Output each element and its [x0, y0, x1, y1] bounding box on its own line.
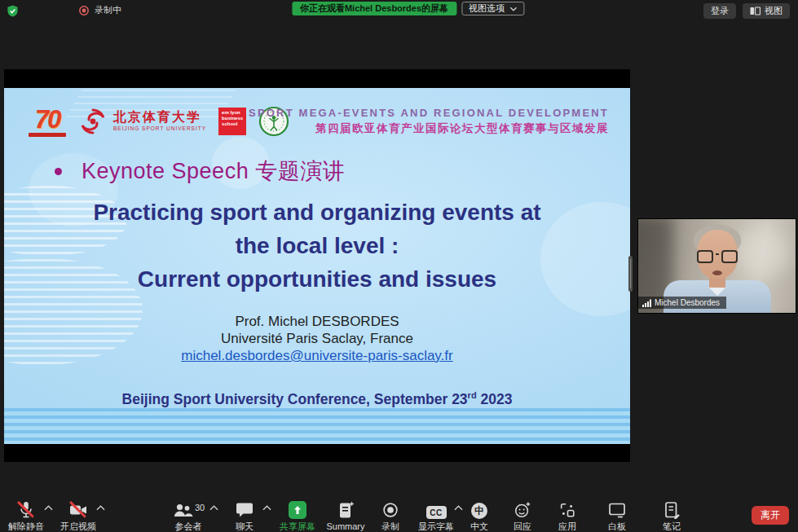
speaker-mouth [712, 270, 722, 275]
security-shield-icon[interactable] [7, 4, 19, 21]
toolbar-unmute-button[interactable]: 解除静音 [0, 501, 52, 531]
share-screen-icon [289, 501, 306, 519]
toolbar-participants-button[interactable]: 30 参会者 [159, 501, 218, 531]
chevron-up-icon[interactable] [262, 505, 271, 511]
participant-video-tile[interactable]: Michel Desbordes [637, 218, 796, 314]
keynote-line: Keynote Speech 专题演讲 [55, 156, 345, 186]
layout-view-icon [750, 7, 761, 15]
record-dot-icon [78, 5, 90, 16]
audio-signal-icon [642, 299, 651, 307]
slide-header: SPORT MEGA-EVENTS AND REGIONAL DEVELOPME… [249, 108, 609, 134]
presentation-slide: 70 北京体育大学 BEIJING SPORT UNIVERSITY em ly… [4, 88, 630, 444]
toolbar-chat-button[interactable]: 聊天 [218, 501, 271, 531]
author-name: Prof. Michel DESBORDES [4, 313, 630, 330]
toolbar-apps-button[interactable]: 应用 [541, 501, 593, 531]
bullet-dot [55, 168, 62, 175]
view-options-button[interactable]: 视图选项 [461, 2, 524, 15]
chevron-down-icon [509, 7, 517, 11]
header-chinese: 第四届欧亚体育产业国际论坛大型体育赛事与区域发展 [249, 123, 609, 134]
bsu-swirl-icon [78, 107, 108, 136]
notes-icon [662, 501, 681, 519]
speaker-glasses [697, 250, 738, 263]
toolbar-whiteboard-button[interactable]: 白板 [591, 501, 643, 531]
chevron-up-icon[interactable] [209, 505, 218, 511]
toolbar-notes-button[interactable]: 笔记 [646, 501, 698, 531]
author-block: Prof. Michel DESBORDES Université Paris … [4, 313, 630, 364]
decor-stripe-band [4, 408, 630, 444]
participant-name-label: Michel Desbordes [638, 297, 726, 309]
toolbar-share-screen-button[interactable]: 共享屏幕 [271, 501, 324, 531]
chat-icon [235, 501, 254, 519]
title-line-2: the local level : [4, 229, 630, 262]
reactions-icon [513, 501, 532, 519]
toolbar-start-video-button[interactable]: 开启视频 [52, 501, 104, 531]
author-affiliation: Université Paris Saclay, France [4, 330, 630, 347]
anniversary-70-logo: 70 [29, 107, 66, 137]
toolbar-record-button[interactable]: 录制 [364, 501, 417, 531]
title-line-1: Practicing sport and organizing events a… [4, 196, 630, 229]
apps-icon [558, 501, 577, 519]
recording-label: 录制中 [95, 4, 121, 16]
leave-meeting-button[interactable]: 离开 [752, 506, 789, 525]
participants-icon [172, 501, 193, 519]
zoom-meeting-window: { "top_bar": { "recording_label": "录制中",… [0, 0, 798, 532]
shared-screen-stage: 70 北京体育大学 BEIJING SPORT UNIVERSITY em ly… [4, 69, 630, 462]
record-icon [381, 501, 400, 519]
conference-line: Beijing Sport University Conference, Sep… [4, 390, 630, 408]
title-line-3: Current opportunities and issues [4, 262, 630, 296]
author-email-link: michel.desbordes@universite-paris-saclay… [4, 347, 630, 364]
emlyon-logo: em lyon business school [218, 108, 246, 135]
slide-title: Practicing sport and organizing events a… [4, 196, 630, 296]
keynote-label: Keynote Speech 专题演讲 [82, 156, 345, 186]
top-bar: 录制中 你正在观看Michel Desbordes的屏幕 视图选项 登录 视图 [0, 0, 798, 21]
whiteboard-icon [607, 501, 627, 519]
beijing-sport-university-logo: 北京体育大学 BEIJING SPORT UNIVERSITY [78, 107, 206, 136]
recording-indicator: 录制中 [78, 4, 121, 16]
captions-icon: CC [426, 506, 447, 519]
view-button[interactable]: 视图 [743, 3, 790, 19]
chevron-up-icon[interactable] [96, 505, 105, 511]
participants-count: 30 [195, 503, 205, 512]
summary-doc-icon [336, 501, 355, 519]
language-icon: 中 [471, 503, 487, 519]
login-button[interactable]: 登录 [703, 3, 736, 19]
header-english: SPORT MEGA-EVENTS AND REGIONAL DEVELOPME… [249, 108, 609, 118]
anniversary-ribbon [29, 133, 66, 137]
watching-screen-banner: 你正在观看Michel Desbordes的屏幕 [292, 2, 456, 15]
panel-resize-handle[interactable] [628, 256, 633, 292]
